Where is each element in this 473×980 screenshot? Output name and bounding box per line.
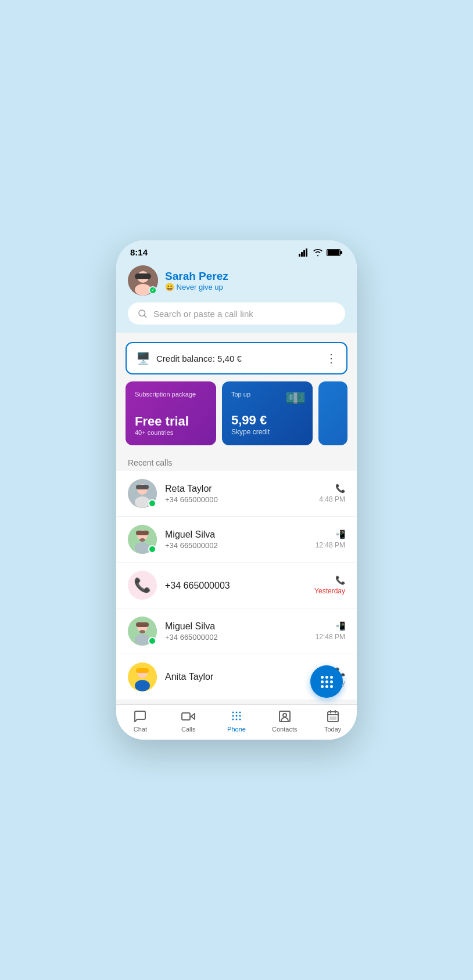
credit-card[interactable]: 🖥️ Credit balance: 5,40 € ⋮ (126, 342, 347, 374)
search-placeholder[interactable]: Search or paste a call link (153, 309, 253, 319)
call-avatar-miguel (128, 525, 157, 554)
nav-phone-label: Phone (227, 726, 246, 733)
call-item[interactable]: Reta Taylor +34 665000000 📞 4:48 PM (116, 471, 357, 517)
header: Sarah Perez 😀 Never give up Search or pa… (116, 261, 357, 333)
call-name: Miguel Silva (165, 529, 307, 540)
incoming-call-icon: 📲 (335, 621, 345, 630)
call-time-text: 12:48 PM (316, 633, 345, 641)
svg-rect-48 (329, 716, 336, 720)
video-icon (181, 709, 195, 723)
call-time-miguel1: 📲 12:48 PM (316, 529, 345, 549)
call-time-reta: 📞 4:48 PM (319, 484, 345, 503)
svg-rect-11 (135, 273, 151, 279)
call-number: +34 665000003 (165, 581, 306, 591)
call-avatar-anita (128, 662, 157, 691)
svg-point-38 (239, 715, 241, 717)
recent-calls-label: Recent calls (116, 452, 357, 471)
search-icon (137, 308, 148, 319)
chat-icon (133, 709, 147, 723)
contacts-icon (278, 709, 292, 723)
call-info-reta: Reta Taylor +34 665000000 (165, 484, 311, 504)
call-name: Reta Taylor (165, 484, 311, 494)
svg-rect-26 (136, 622, 149, 627)
svg-rect-6 (328, 250, 340, 255)
wifi-icon (313, 248, 323, 257)
subscription-package-card[interactable]: Subscription package Free trial 40+ coun… (126, 381, 216, 445)
call-avatar-unknown: 📞 (128, 571, 157, 600)
svg-point-22 (139, 538, 145, 542)
status-icons (299, 248, 343, 257)
dialpad-icon (318, 673, 335, 690)
call-info-miguel1: Miguel Silva +34 665000002 (165, 529, 307, 550)
svg-point-27 (139, 630, 145, 633)
call-time-miguel2: 📲 12:48 PM (316, 621, 345, 641)
bottom-nav: Chat Calls Phone (116, 704, 357, 740)
svg-point-30 (135, 680, 150, 691)
call-item[interactable]: Miguel Silva +34 665000002 📲 12:48 PM (116, 608, 357, 654)
pkg-topup-subtitle: Skype credit (231, 428, 303, 436)
nav-today-label: Today (324, 726, 341, 733)
nav-contacts-label: Contacts (272, 726, 297, 733)
svg-rect-0 (299, 254, 300, 257)
online-indicator (148, 499, 156, 507)
main-content: 🖥️ Credit balance: 5,40 € ⋮ Subscription… (116, 333, 357, 704)
call-name: Anita Taylor (165, 672, 306, 682)
nav-today[interactable]: Today (316, 709, 350, 733)
call-number: +34 665000002 (165, 541, 307, 550)
online-indicator (148, 637, 156, 645)
svg-rect-7 (341, 251, 342, 254)
call-avatar-miguel2 (128, 617, 157, 646)
call-item[interactable]: Miguel Silva +34 665000002 📲 12:48 PM (116, 517, 357, 563)
package-row: Subscription package Free trial 40+ coun… (116, 381, 357, 452)
nav-chat-label: Chat (134, 726, 147, 733)
profile-info: Sarah Perez 😀 Never give up (165, 270, 228, 291)
dialpad-fab[interactable] (310, 665, 343, 698)
nav-contacts[interactable]: Contacts (267, 709, 302, 733)
svg-rect-21 (136, 531, 149, 535)
svg-point-39 (232, 719, 234, 720)
nav-chat[interactable]: Chat (123, 709, 157, 733)
third-package-card[interactable] (318, 381, 347, 445)
call-number: +34 665000002 (165, 633, 307, 642)
avatar[interactable] (128, 265, 158, 296)
call-info-miguel2: Miguel Silva +34 665000002 (165, 621, 307, 642)
status-bar: 8:14 (116, 240, 357, 261)
pkg-subscription-tag: Subscription package (135, 391, 207, 398)
svg-point-36 (232, 715, 234, 717)
battery-icon (327, 248, 343, 257)
call-time-text: 4:48 PM (319, 495, 345, 503)
profile-status: 😀 Never give up (165, 283, 228, 291)
phone-icon: 📞 (134, 577, 151, 593)
call-name: Miguel Silva (165, 621, 307, 632)
credit-left: 🖥️ Credit balance: 5,40 € (136, 351, 242, 365)
svg-rect-3 (306, 248, 307, 257)
svg-point-41 (239, 719, 241, 720)
nav-calls-label: Calls (181, 726, 195, 733)
svg-rect-31 (136, 668, 149, 673)
call-info-unknown: +34 665000003 (165, 579, 306, 591)
dialpad-nav-icon (230, 709, 243, 723)
nav-calls[interactable]: Calls (171, 709, 206, 733)
signal-icon (299, 248, 309, 257)
svg-rect-2 (303, 250, 305, 257)
call-item[interactable]: 📞 +34 665000003 📞 Yesterday (116, 563, 357, 608)
call-info-anita: Anita Taylor (165, 672, 306, 682)
pkg-subscription-title: Free trial (135, 414, 207, 429)
svg-point-34 (235, 712, 237, 714)
svg-rect-17 (136, 485, 149, 489)
incoming-call-icon: 📲 (335, 529, 345, 539)
topup-package-card[interactable]: Top up 5,99 € Skype credit 💵 (222, 381, 313, 445)
profile-row: Sarah Perez 😀 Never give up (128, 265, 345, 296)
more-options-button[interactable]: ⋮ (325, 351, 337, 365)
credit-icon: 🖥️ (136, 351, 150, 365)
online-badge (149, 286, 157, 294)
search-bar[interactable]: Search or paste a call link (128, 302, 345, 325)
svg-line-13 (144, 315, 146, 317)
incoming-call-icon: 📞 (335, 484, 345, 493)
nav-phone[interactable]: Phone (219, 709, 254, 733)
svg-point-40 (235, 719, 237, 720)
svg-point-37 (235, 715, 237, 717)
pkg-subscription-subtitle: 40+ countries (135, 429, 207, 436)
profile-name[interactable]: Sarah Perez (165, 270, 228, 283)
cash-icon: 💵 (285, 388, 306, 408)
